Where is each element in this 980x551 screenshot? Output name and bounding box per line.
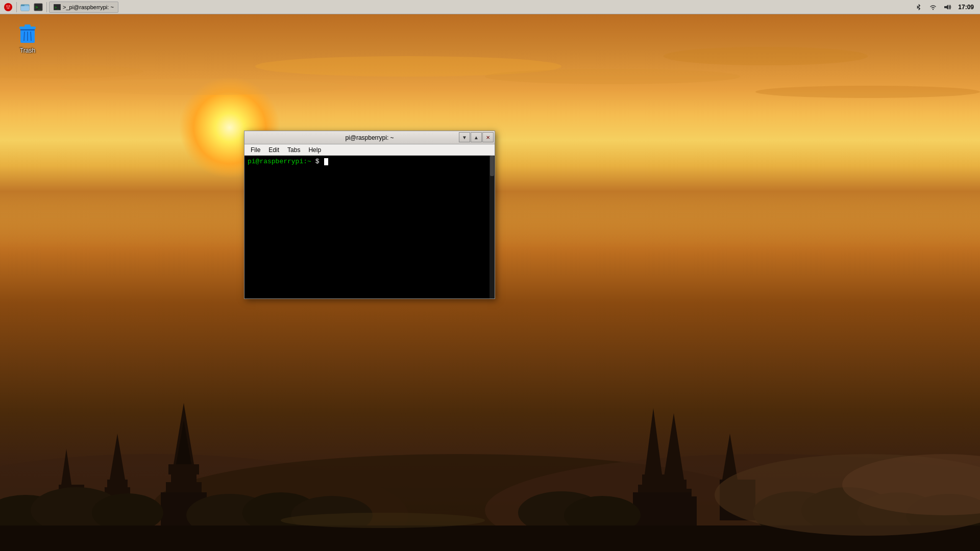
svg-rect-52	[21, 6, 29, 11]
terminal-menu-help[interactable]: Help	[304, 145, 325, 155]
terminal-task-icon: >_	[54, 4, 61, 10]
svg-point-48	[6, 5, 8, 7]
raspberry-pi-button[interactable]	[2, 2, 14, 13]
volume-icon	[943, 3, 951, 11]
svg-point-49	[9, 5, 10, 7]
svg-rect-53	[21, 5, 24, 6]
svg-marker-59	[944, 5, 948, 10]
terminal-menu-tabs[interactable]: Tabs	[283, 145, 304, 155]
svg-point-42	[664, 47, 868, 65]
terminal-cursor	[324, 158, 328, 165]
terminal-launcher-button[interactable]: >_	[32, 2, 44, 13]
terminal-window: pi@raspberrypi: ~ ▼ ▲ ✕ File Edit Tabs H…	[244, 131, 495, 299]
wifi-icon	[929, 3, 937, 11]
svg-marker-14	[664, 413, 684, 480]
svg-text:>_: >_	[55, 6, 59, 10]
terminal-titlebar[interactable]: pi@raspberrypi: ~ ▼ ▲ ✕	[244, 131, 495, 144]
file-manager-icon	[20, 3, 30, 12]
terminal-title: pi@raspberrypi: ~	[345, 134, 394, 141]
svg-rect-22	[638, 485, 686, 492]
terminal-minimize-button[interactable]: ▼	[459, 132, 470, 142]
wifi-button[interactable]	[927, 2, 939, 13]
terminal-controls: ▼ ▲ ✕	[459, 132, 494, 142]
bluetooth-button[interactable]	[913, 2, 924, 13]
volume-button[interactable]	[942, 2, 953, 13]
svg-rect-6	[171, 474, 197, 482]
terminal-menu-edit[interactable]: Edit	[264, 145, 283, 155]
landscape-svg	[0, 321, 980, 551]
bluetooth-icon	[915, 3, 923, 11]
terminal-scrollbar[interactable]	[489, 156, 495, 298]
system-clock: 17:09	[956, 4, 976, 11]
terminal-menubar: File Edit Tabs Help	[244, 144, 495, 156]
prompt-dollar: $	[311, 158, 323, 165]
taskbar: >_ >_ >_pi@raspberrypi: ~	[0, 0, 980, 14]
taskbar-right: 17:09	[913, 2, 980, 13]
taskbar-sep-1	[16, 2, 17, 12]
taskbar-sep-2	[46, 2, 47, 12]
terminal-body[interactable]: pi@raspberrypi:~ $	[244, 156, 495, 298]
svg-text:>_: >_	[35, 5, 41, 10]
raspberry-pi-icon	[4, 3, 13, 12]
svg-point-45	[755, 86, 980, 98]
file-manager-button[interactable]	[19, 2, 31, 13]
svg-point-50	[8, 7, 9, 9]
svg-marker-20	[645, 408, 662, 474]
trash-icon	[15, 20, 40, 45]
trash-desktop-icon[interactable]: Trash	[7, 18, 48, 56]
svg-point-37	[281, 513, 485, 528]
trash-label: Trash	[20, 47, 35, 54]
terminal-small-icon: >_	[34, 3, 43, 12]
svg-rect-10	[107, 480, 128, 487]
svg-point-58	[933, 9, 934, 10]
prompt-user-host: pi@raspberrypi:~	[248, 158, 311, 165]
svg-point-43	[61, 79, 347, 95]
svg-rect-63	[24, 24, 31, 27]
trash-icon-image	[15, 20, 40, 45]
terminal-taskbar-label: >_pi@raspberrypi: ~	[63, 4, 114, 10]
terminal-prompt-line: pi@raspberrypi:~ $	[248, 158, 492, 165]
svg-rect-21	[642, 474, 682, 485]
terminal-maximize-button[interactable]: ▲	[471, 132, 482, 142]
terminal-scrollbar-thumb	[490, 156, 494, 176]
svg-line-64	[24, 32, 24, 41]
terminal-taskbar-button[interactable]: >_ >_pi@raspberrypi: ~	[49, 2, 118, 13]
svg-rect-4	[168, 464, 199, 474]
terminal-menu-file[interactable]: File	[247, 145, 264, 155]
terminal-close-button[interactable]: ✕	[482, 132, 494, 142]
taskbar-left: >_ >_ >_pi@raspberrypi: ~	[0, 2, 120, 13]
svg-line-66	[31, 32, 31, 41]
svg-rect-7	[166, 482, 202, 492]
svg-point-41	[485, 69, 740, 84]
svg-point-44	[0, 64, 143, 79]
